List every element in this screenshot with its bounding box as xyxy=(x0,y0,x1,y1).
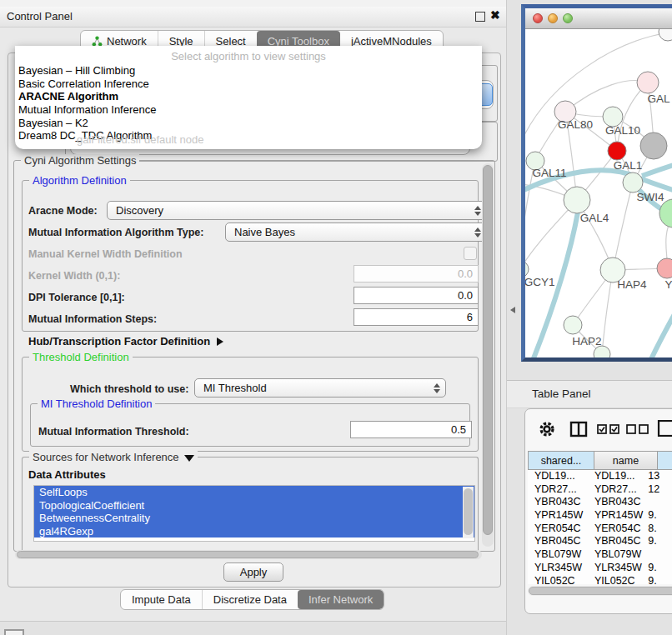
mi-steps-label: Mutual Information Steps: xyxy=(28,313,157,325)
network-node-gal[interactable] xyxy=(637,72,659,93)
table-row[interactable]: YBR043CYBR043C xyxy=(528,496,672,509)
control-panel-titlebar xyxy=(0,7,507,28)
table-cell: YBL079W xyxy=(588,548,644,562)
float-panel-icon[interactable] xyxy=(475,12,485,22)
table-cell: 13 xyxy=(644,470,672,483)
panel-title: Control Panel xyxy=(7,10,73,22)
table-horizontal-scrollbar[interactable] xyxy=(528,586,672,596)
network-window-titlebar[interactable] xyxy=(525,8,672,29)
mi-steps-field[interactable]: 6 xyxy=(354,308,479,326)
new-table-icon[interactable] xyxy=(657,420,672,437)
table-row[interactable]: YBR045CYBR045C9. xyxy=(528,535,672,548)
network-node-swi4[interactable] xyxy=(623,172,643,192)
node-label-y: Y xyxy=(664,278,672,291)
dropdown-item-bayesian-k2[interactable]: Bayesian – K2 xyxy=(15,117,482,130)
table-row[interactable]: YER054CYER054C8. xyxy=(528,522,672,536)
dropdown-item-aracne-algorithm[interactable]: ARACNE Algorithm xyxy=(15,90,482,103)
network-edge[interactable] xyxy=(613,182,633,270)
kernel-width-label: Kernel Width (0,1): xyxy=(28,270,120,282)
dpi-tolerance-field[interactable]: 0.0 xyxy=(354,287,479,304)
attribute-item-betweennesscentrality[interactable]: BetweennessCentrality xyxy=(34,512,474,525)
select-all-checkboxes-icon[interactable] xyxy=(597,423,620,435)
node-label-gal1: GAL1 xyxy=(614,159,643,172)
table-cell: YBL079W xyxy=(528,548,588,562)
table-row[interactable]: YPR145WYPR145W9. xyxy=(528,509,672,522)
network-canvas[interactable]: GALGAL80GAL10GAL1GAL11SWI4GAL4GCY1HAP4YH… xyxy=(525,29,672,358)
splitter-handle-icon[interactable] xyxy=(510,307,515,313)
network-node-hap2[interactable] xyxy=(564,316,582,334)
column-header-col3[interactable] xyxy=(658,451,672,470)
table-cell: YLR345W xyxy=(588,562,644,575)
hub-definition-toggle[interactable]: Hub/Transcription Factor Definition xyxy=(28,335,223,348)
attribute-item-topologicalcoefficient[interactable]: TopologicalCoefficient xyxy=(34,499,474,512)
data-attributes-list[interactable]: SelfLoopsTopologicalCoefficientBetweenne… xyxy=(33,485,475,542)
table-cell: YBR043C xyxy=(588,496,644,509)
attribute-item-selfloops[interactable]: SelfLoops xyxy=(34,486,474,499)
column-header-name[interactable]: name xyxy=(594,451,658,470)
column-view-icon[interactable] xyxy=(569,421,588,438)
kernel-width-field[interactable]: 0.0 xyxy=(354,265,479,282)
screen: Control Panel ✖ galFiltered.sif default … xyxy=(0,0,672,635)
dropdown-placeholder: Select algorithm to view settings xyxy=(15,48,482,64)
table-panel-title: Table Panel xyxy=(532,388,591,400)
manual-kernel-checkbox[interactable] xyxy=(464,247,477,260)
network-node[interactable] xyxy=(659,199,672,228)
network-node-gal4[interactable] xyxy=(564,187,590,213)
network-node[interactable] xyxy=(594,346,610,358)
dropdown-item-mutual-information-inference[interactable]: Mutual Information Inference xyxy=(15,103,482,117)
node-label-gcy1: GCY1 xyxy=(525,276,554,288)
table-cell: 12 xyxy=(644,483,672,497)
table-cell: 9. xyxy=(644,562,672,575)
close-traffic-light-icon[interactable] xyxy=(533,13,543,23)
sources-group-title[interactable]: Sources for Network Inference xyxy=(29,451,198,463)
network-node-y[interactable] xyxy=(657,258,672,278)
dpi-tolerance-label: DPI Tolerance [0,1]: xyxy=(28,292,125,303)
table-cell: YBR043C xyxy=(528,496,588,509)
table-row[interactable]: YLR345WYLR345W9. xyxy=(528,562,672,575)
hub-definition-label: Hub/Transcription Factor Definition xyxy=(28,335,210,348)
dropdown-item-bayesian-hill-climbing[interactable]: Bayesian – Hill Climbing xyxy=(15,64,482,78)
attribute-item-gal4rgexp[interactable]: gal4RGexp xyxy=(34,525,474,538)
tab-impute-data[interactable]: Impute Data xyxy=(121,590,202,609)
table-cell: YIL052C xyxy=(528,575,588,585)
unselect-all-checkboxes-icon[interactable] xyxy=(626,423,649,435)
mi-type-value: Naive Bayes xyxy=(234,226,295,238)
settings-vertical-scrollbar-thumb[interactable] xyxy=(483,165,493,535)
column-header-shared[interactable]: shared... xyxy=(528,451,594,470)
network-view-window: GALGAL80GAL10GAL1GAL11SWI4GAL4GCY1HAP4YH… xyxy=(521,4,672,362)
settings-horizontal-scrollbar-thumb[interactable] xyxy=(17,551,479,558)
mi-type-combobox[interactable]: Naive Bayes xyxy=(225,222,487,242)
gear-icon[interactable] xyxy=(539,421,555,438)
table-cell xyxy=(644,548,672,562)
data-attributes-label: Data Attributes xyxy=(28,468,106,481)
table-row[interactable]: YIL052CYIL052C9. xyxy=(528,575,672,585)
dropdown-items: Bayesian – Hill ClimbingBasic Correlatio… xyxy=(15,64,482,142)
table-cell: YPR145W xyxy=(528,509,588,522)
table-row[interactable]: YDR27...YDR27...12 xyxy=(528,483,672,497)
network-node-gcy1[interactable] xyxy=(525,261,529,278)
network-node-gal1[interactable] xyxy=(608,142,626,160)
minimize-traffic-light-icon[interactable] xyxy=(548,13,558,23)
table-row[interactable]: YBL079WYBL079W xyxy=(528,548,672,562)
list-scrollbar[interactable] xyxy=(463,487,474,538)
tab-discretize-data[interactable]: Discretize Data xyxy=(202,590,298,609)
stepper-icon xyxy=(474,206,480,216)
minimized-panel-icon[interactable] xyxy=(4,629,24,635)
network-node[interactable] xyxy=(659,29,672,41)
panel-divider[interactable] xyxy=(506,0,507,635)
tab-infer-network[interactable]: Infer Network xyxy=(298,590,384,609)
table-cell: YDR27... xyxy=(588,483,644,497)
aracne-mode-combobox[interactable]: Discovery xyxy=(107,201,487,220)
dropdown-item-basic-correlation-inference[interactable]: Basic Correlation Inference xyxy=(15,78,482,91)
close-icon[interactable]: ✖ xyxy=(490,8,500,22)
network-node[interactable] xyxy=(640,132,667,159)
zoom-traffic-light-icon[interactable] xyxy=(563,13,573,23)
tab-label: Discretize Data xyxy=(213,593,287,606)
which-threshold-combobox[interactable]: MI Threshold xyxy=(194,378,446,398)
table-cell: YBR045C xyxy=(588,535,644,548)
table-cell: YPR145W xyxy=(588,509,644,522)
bottom-strip xyxy=(0,621,507,635)
table-row[interactable]: YDL19...YDL19...13 xyxy=(528,470,672,483)
apply-button[interactable]: Apply xyxy=(223,562,283,582)
mi-threshold-field[interactable]: 0.5 xyxy=(350,421,472,438)
